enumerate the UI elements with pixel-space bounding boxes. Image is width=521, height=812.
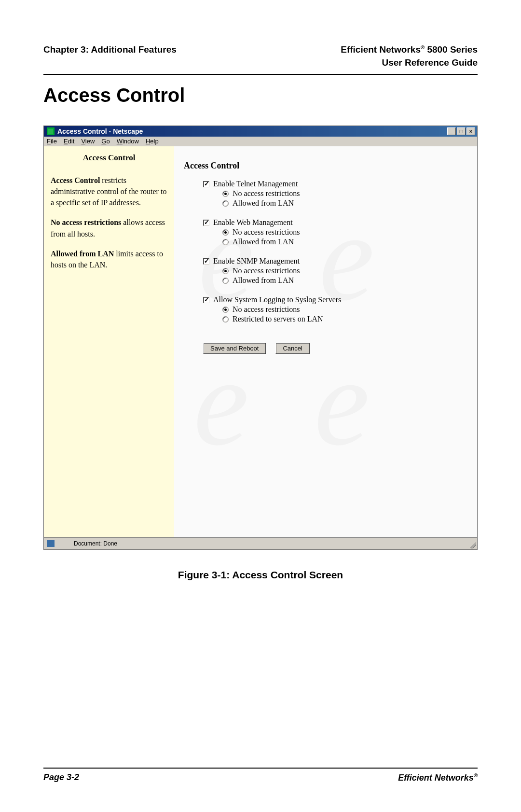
netscape-icon — [47, 127, 55, 135]
page-header: Chapter 3: Additional Features Efficient… — [43, 43, 478, 69]
radio-telnet-lan[interactable] — [222, 200, 229, 207]
maximize-button[interactable]: □ — [457, 127, 466, 135]
checkbox-web[interactable] — [203, 220, 209, 226]
browser-window: Access Control - Netscape _ □ × File Edi… — [43, 126, 478, 550]
checkbox-snmp-label: Enable SNMP Management — [213, 257, 300, 266]
sidebar-p3: Allowed from LAN limits access to hosts … — [51, 248, 167, 270]
radio-syslog-noaccess[interactable] — [222, 307, 229, 313]
radio-syslog-noaccess-label: No access restrictions — [233, 305, 300, 314]
footer-rule — [43, 768, 478, 769]
resize-grip-icon[interactable] — [469, 542, 476, 548]
checkbox-syslog-label: Allow System Logging to Syslog Servers — [213, 295, 341, 304]
menubar: File Edit View Go Window Help — [44, 137, 477, 146]
group-telnet: Enable Telnet Management No access restr… — [203, 180, 467, 208]
sidebar-p1: Access Control restricts administrative … — [51, 175, 167, 209]
save-reboot-button[interactable]: Save and Reboot — [203, 343, 266, 354]
sidebar-p2: No access restrictions allows access fro… — [51, 217, 167, 239]
menu-view[interactable]: View — [81, 138, 95, 145]
menu-window[interactable]: Window — [117, 138, 139, 145]
minimize-button[interactable]: _ — [447, 127, 456, 135]
radio-web-noaccess-label: No access restrictions — [233, 228, 300, 237]
header-rule — [43, 74, 478, 75]
window-title: Access Control - Netscape — [57, 127, 143, 135]
main-title: Access Control — [184, 161, 467, 171]
radio-syslog-lan[interactable] — [222, 316, 229, 322]
figure-caption: Figure 3-1: Access Control Screen — [43, 569, 478, 581]
radio-web-lan[interactable] — [222, 239, 229, 245]
content-area: e e e e e Access Control Access Control … — [44, 146, 477, 537]
group-web: Enable Web Management No access restrict… — [203, 218, 467, 246]
header-right: Efficient Networks® 5800 Series User Ref… — [341, 43, 478, 69]
menu-edit[interactable]: Edit — [64, 138, 74, 145]
checkbox-telnet[interactable] — [203, 181, 209, 187]
sidebar: Access Control Access Control restricts … — [44, 146, 174, 537]
checkbox-web-label: Enable Web Management — [213, 218, 293, 227]
radio-web-lan-label: Allowed from LAN — [233, 238, 294, 246]
page-title: Access Control — [43, 84, 478, 106]
status-text: Document: Done — [74, 540, 117, 547]
radio-web-noaccess[interactable] — [222, 229, 229, 236]
group-syslog: Allow System Logging to Syslog Servers N… — [203, 295, 467, 323]
status-icon — [47, 540, 55, 547]
main-pane: Access Control Enable Telnet Management … — [174, 146, 477, 537]
footer-page: Page 3-2 — [43, 772, 79, 783]
radio-snmp-noaccess[interactable] — [222, 268, 229, 274]
menu-go[interactable]: Go — [101, 138, 110, 145]
menu-file[interactable]: File — [47, 138, 57, 145]
radio-snmp-lan-label: Allowed from LAN — [233, 276, 294, 285]
radio-snmp-noaccess-label: No access restrictions — [233, 266, 300, 275]
radio-telnet-noaccess-label: No access restrictions — [233, 189, 300, 198]
radio-telnet-noaccess[interactable] — [222, 191, 229, 197]
checkbox-syslog[interactable] — [203, 297, 209, 303]
radio-syslog-lan-label: Restricted to servers on LAN — [233, 315, 323, 323]
radio-snmp-lan[interactable] — [222, 278, 229, 284]
checkbox-snmp[interactable] — [203, 258, 209, 265]
menu-help[interactable]: Help — [146, 138, 159, 145]
statusbar: Document: Done — [44, 537, 477, 549]
footer-brand: Efficient Networks® — [398, 772, 478, 783]
cancel-button[interactable]: Cancel — [275, 343, 309, 354]
group-snmp: Enable SNMP Management No access restric… — [203, 257, 467, 285]
header-left: Chapter 3: Additional Features — [43, 43, 177, 69]
radio-telnet-lan-label: Allowed from LAN — [233, 199, 294, 208]
close-button[interactable]: × — [466, 127, 475, 135]
titlebar[interactable]: Access Control - Netscape _ □ × — [44, 126, 477, 137]
checkbox-telnet-label: Enable Telnet Management — [213, 180, 298, 188]
page-footer: Page 3-2 Efficient Networks® — [43, 768, 478, 783]
sidebar-title: Access Control — [51, 152, 167, 164]
